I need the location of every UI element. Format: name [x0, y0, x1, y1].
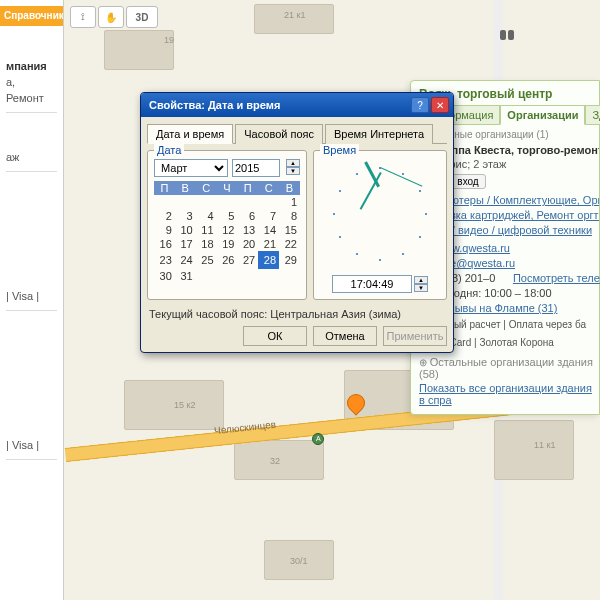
dialog-titlebar[interactable]: Свойства: Дата и время ? ✕ — [141, 93, 453, 117]
time-down[interactable]: ▼ — [414, 284, 428, 292]
map-pin-icon[interactable] — [347, 394, 365, 420]
calendar-day[interactable]: 31 — [175, 269, 196, 283]
3d-toggle[interactable]: 3D — [126, 6, 158, 28]
calendar-day[interactable]: 5 — [217, 209, 238, 223]
calendar-day[interactable] — [175, 195, 196, 209]
year-up[interactable]: ▲ — [286, 159, 300, 167]
calendar-day[interactable]: 8 — [279, 209, 300, 223]
calendar-day[interactable]: 27 — [237, 251, 258, 269]
sidebar-pay: | Visa | — [6, 288, 57, 304]
calendar-day[interactable]: 24 — [175, 251, 196, 269]
year-down[interactable]: ▼ — [286, 167, 300, 175]
calendar-day[interactable]: 9 — [154, 223, 175, 237]
cancel-button[interactable]: Отмена — [313, 326, 377, 346]
calendar-day[interactable]: 2 — [154, 209, 175, 223]
dtab-datetime[interactable]: Дата и время — [147, 124, 233, 144]
month-select[interactable]: Март — [154, 159, 228, 177]
close-button[interactable]: ✕ — [431, 97, 449, 113]
date-group-label: Дата — [154, 144, 184, 156]
calendar-day[interactable]: 18 — [196, 237, 217, 251]
calendar-day[interactable]: 13 — [237, 223, 258, 237]
dtab-timezone[interactable]: Часовой пояс — [235, 124, 323, 144]
bldg-label: 21 к1 — [284, 10, 305, 20]
show-all-link[interactable]: Показать все организации здания в спра — [419, 382, 592, 406]
ok-button[interactable]: ОК — [243, 326, 307, 346]
calendar-day[interactable] — [258, 269, 279, 283]
more-orgs: ⊕ Остальные организации здания (58) — [419, 356, 599, 380]
bldg-label: 11 к1 — [534, 440, 555, 450]
calendar-day[interactable]: 3 — [175, 209, 196, 223]
sidebar-item: аж — [6, 149, 57, 165]
datetime-dialog: Свойства: Дата и время ? ✕ Дата и время … — [140, 92, 454, 353]
timezone-text: Текущий часовой пояс: Центральная Азия (… — [149, 308, 445, 320]
analog-clock — [325, 159, 435, 269]
help-button[interactable]: ? — [411, 97, 429, 113]
year-input[interactable] — [232, 159, 280, 177]
bldg-label: 30/1 — [290, 556, 308, 566]
calendar-day[interactable] — [258, 195, 279, 209]
calendar-day[interactable]: 21 — [258, 237, 279, 251]
map-tools: ⟟ ✋ 3D — [70, 6, 158, 28]
calendar-day[interactable] — [237, 195, 258, 209]
calendar-day[interactable]: 10 — [175, 223, 196, 237]
calendar-day[interactable]: 7 — [258, 209, 279, 223]
left-sidebar: Справочники мпания а, Ремонт аж | Visa |… — [0, 0, 64, 600]
calendar-day[interactable]: 28 — [258, 251, 279, 269]
calendar-day[interactable]: 1 — [279, 195, 300, 209]
calendar[interactable]: ПВСЧПСВ 12345678910111213141516171819202… — [154, 181, 300, 283]
dtab-internet[interactable]: Время Интернета — [325, 124, 433, 144]
show-phone-link[interactable]: Посмотреть теле — [513, 272, 600, 284]
dialog-title: Свойства: Дата и время — [145, 99, 409, 111]
time-up[interactable]: ▲ — [414, 276, 428, 284]
calendar-day[interactable] — [237, 269, 258, 283]
flamp-link[interactable]: Отзывы на Флампе (31) — [436, 302, 557, 314]
tab-orgs[interactable]: Организации — [500, 105, 585, 125]
sidebar-item: Ремонт — [6, 90, 57, 106]
bldg-label: 32 — [270, 456, 280, 466]
calendar-day[interactable] — [196, 195, 217, 209]
bldg-label: 19 — [164, 35, 174, 45]
time-input[interactable] — [332, 275, 412, 293]
calendar-day[interactable]: 12 — [217, 223, 238, 237]
binoculars-icon[interactable] — [500, 30, 516, 42]
apply-button[interactable]: Применить — [383, 326, 447, 346]
bus-stop-icon[interactable] — [312, 433, 324, 445]
calendar-day[interactable]: 25 — [196, 251, 217, 269]
calendar-day[interactable]: 30 — [154, 269, 175, 283]
calendar-day[interactable] — [279, 269, 300, 283]
tab-service[interactable]: Здание обслуж — [585, 105, 600, 125]
calendar-day[interactable]: 22 — [279, 237, 300, 251]
sidebar-company-header: мпания — [6, 58, 57, 74]
calendar-day[interactable]: 14 — [258, 223, 279, 237]
calendar-day[interactable] — [196, 269, 217, 283]
calendar-day[interactable]: 6 — [237, 209, 258, 223]
time-group-label: Время — [320, 144, 359, 156]
calendar-day[interactable] — [217, 269, 238, 283]
calendar-day[interactable] — [154, 195, 175, 209]
calendar-day[interactable]: 11 — [196, 223, 217, 237]
calendar-day[interactable]: 17 — [175, 237, 196, 251]
calendar-day[interactable]: 16 — [154, 237, 175, 251]
calendar-day[interactable] — [217, 195, 238, 209]
sidebar-item: а, — [6, 74, 57, 90]
sidebar-pay: | Visa | — [6, 437, 57, 453]
ruler-tool-icon[interactable]: ⟟ — [70, 6, 96, 28]
map-area[interactable]: 21 к1 19 15 к2 32 44/2 11 к1 30/1 Челюск… — [64, 0, 600, 600]
calendar-day[interactable]: 26 — [217, 251, 238, 269]
calendar-day[interactable]: 4 — [196, 209, 217, 223]
calendar-day[interactable]: 15 — [279, 223, 300, 237]
calendar-day[interactable]: 20 — [237, 237, 258, 251]
calendar-day[interactable]: 23 — [154, 251, 175, 269]
bldg-label: 15 к2 — [174, 400, 195, 410]
calendar-day[interactable]: 29 — [279, 251, 300, 269]
sidebar-header[interactable]: Справочники — [0, 6, 63, 26]
calendar-day[interactable]: 19 — [217, 237, 238, 251]
hand-tool-icon[interactable]: ✋ — [98, 6, 124, 28]
